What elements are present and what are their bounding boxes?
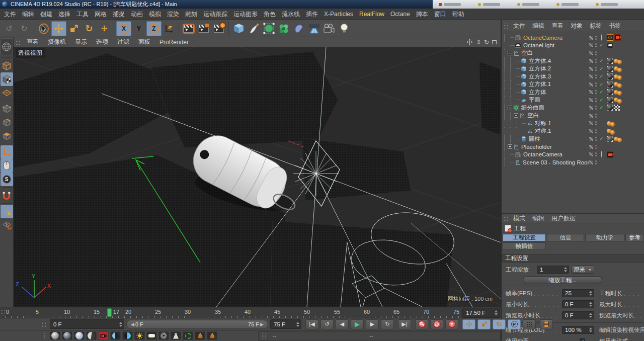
panel-grip[interactable]: [42, 321, 47, 327]
layer-toggle[interactable]: [589, 58, 594, 63]
tab-info[interactable]: 信息: [547, 234, 584, 241]
subdivision-surface-button[interactable]: [261, 21, 276, 36]
menu-item-help[interactable]: 帮助: [449, 9, 467, 20]
menu-item-file[interactable]: 文件: [1, 9, 19, 20]
material-thumb[interactable]: [50, 331, 60, 340]
undo-button[interactable]: ↺: [2, 21, 17, 36]
previous-key-button[interactable]: ↺: [320, 319, 334, 329]
key-scale-toggle[interactable]: [477, 319, 491, 329]
camera-tag-icon[interactable]: [607, 151, 613, 158]
menu-item-mograph[interactable]: 运动图形: [230, 9, 261, 20]
snap-settings-button[interactable]: S: [1, 173, 13, 186]
visibility-dots[interactable]: [594, 74, 598, 78]
object-row-cube2[interactable]: 立方体.2 ✓: [502, 65, 644, 73]
vp-menu-prorender[interactable]: ProRender: [155, 39, 193, 46]
lock-workplane-button[interactable]: [1, 205, 13, 218]
workplane-mode-button[interactable]: [1, 86, 13, 100]
vp-menu-display[interactable]: 显示: [71, 38, 91, 46]
menu-item-xparticles[interactable]: X-Particles: [321, 9, 356, 20]
points-mode-button[interactable]: [1, 102, 13, 116]
vp-menu-cameras[interactable]: 摄像机: [44, 38, 70, 46]
material-tag-icon[interactable]: [607, 97, 613, 103]
menu-item-edit[interactable]: 编辑: [19, 9, 37, 20]
enabled-check[interactable]: ✓: [598, 74, 605, 79]
next-frame-button[interactable]: ▶: [366, 319, 379, 329]
scale-unit-dropdown[interactable]: 厘米▼: [571, 266, 594, 274]
layer-toggle[interactable]: [589, 51, 594, 56]
menu-item-render[interactable]: 渲染: [164, 9, 182, 20]
key-rotation-toggle[interactable]: ↻: [493, 319, 506, 329]
phong-tag-icon[interactable]: [617, 68, 622, 72]
xparticles-thumb[interactable]: [183, 331, 193, 340]
layer-toggle[interactable]: [589, 144, 594, 149]
menu-item-motion-tracker[interactable]: 运动跟踪: [200, 9, 230, 20]
material-tag-icon[interactable]: [607, 136, 613, 142]
material-tag-icon[interactable]: [607, 58, 613, 64]
panel-grip[interactable]: [504, 215, 509, 221]
object-row-placeholder[interactable]: + Placeholder: [502, 143, 644, 151]
enabled-check[interactable]: ✓: [598, 82, 605, 87]
visibility-dots[interactable]: [594, 114, 598, 118]
enabled-check[interactable]: ✓: [598, 98, 605, 103]
previous-frame-button[interactable]: ◀: [336, 319, 349, 329]
menu-item-character[interactable]: 角色: [261, 9, 279, 20]
render-settings-button[interactable]: [211, 21, 226, 36]
tab-project-settings[interactable]: 工程设置: [503, 234, 546, 241]
spot-light-thumb[interactable]: [171, 331, 181, 340]
om-menu-file[interactable]: 文件: [510, 22, 529, 30]
last-tool-button[interactable]: [97, 21, 112, 36]
panel-grip[interactable]: [504, 23, 509, 29]
phong-tag-icon[interactable]: [617, 91, 622, 96]
visibility-dots[interactable]: [594, 90, 598, 94]
scale-field[interactable]: 1: [537, 266, 569, 274]
keyframe-selection-button[interactable]: [430, 319, 443, 329]
y-axis-lock-button[interactable]: Y: [131, 21, 146, 36]
octane-camera-tag-icon[interactable]: [607, 34, 613, 41]
goto-start-button[interactable]: |◀: [305, 319, 318, 329]
render-picture-viewer-button[interactable]: [196, 21, 211, 36]
light-tag-icon[interactable]: [607, 43, 613, 48]
object-row-cube3[interactable]: 立方体.3 ✓: [502, 73, 644, 81]
scale-project-button[interactable]: 缩放工程...: [523, 276, 602, 284]
vp-menu-panel[interactable]: 面板: [134, 38, 154, 46]
perspective-viewport[interactable]: 透视视图: [14, 47, 501, 307]
rotate-view-icon[interactable]: ↻: [484, 39, 489, 46]
left-arrow-icon[interactable]: ◀: [130, 322, 135, 327]
x-axis-lock-button[interactable]: X: [116, 21, 131, 36]
tab-key-interpolation[interactable]: 帧插值: [503, 242, 546, 250]
menu-item-snap[interactable]: 捕捉: [110, 9, 128, 20]
deformer-button[interactable]: [291, 21, 306, 36]
material-thumb[interactable]: [110, 331, 121, 340]
phong-tag-icon[interactable]: [617, 138, 622, 142]
object-row-octanelight[interactable]: OctaneLight ✓: [502, 42, 644, 50]
visibility-dots[interactable]: [594, 67, 598, 71]
menu-item-animate[interactable]: 动画: [128, 9, 146, 20]
enable-axis-button[interactable]: [1, 145, 13, 159]
menu-item-octane[interactable]: Octane: [387, 9, 413, 20]
menu-item-select[interactable]: 选择: [55, 9, 73, 20]
timeline-ruler[interactable]: 0 5 10 15 20 25 30 35 40 45 50 55 60 65 …: [0, 307, 501, 318]
phong-tag-icon[interactable]: [610, 130, 615, 135]
phong-tag-icon[interactable]: [610, 122, 615, 127]
layer-toggle[interactable]: [589, 113, 594, 118]
key-pla-toggle[interactable]: [523, 319, 536, 329]
visibility-dots[interactable]: [594, 160, 598, 164]
auto-key-button[interactable]: ?: [445, 319, 458, 329]
tree-thumb[interactable]: [195, 331, 205, 340]
target-light-thumb[interactable]: [158, 331, 169, 340]
visibility-dots[interactable]: [594, 152, 598, 156]
key-position-toggle[interactable]: [462, 319, 475, 329]
texture-tag-icon[interactable]: [614, 105, 620, 111]
menu-item-mesh[interactable]: 网格: [92, 9, 110, 20]
visibility-dots[interactable]: [594, 43, 598, 47]
layer-toggle[interactable]: [589, 74, 594, 79]
material-tag-icon[interactable]: [607, 81, 613, 88]
visibility-dots[interactable]: [594, 121, 598, 125]
planar-workplane-button[interactable]: [1, 218, 13, 232]
om-menu-bookmarks[interactable]: 书签: [605, 22, 624, 30]
om-menu-tags[interactable]: 标签: [586, 22, 605, 30]
enabled-check[interactable]: ✓: [598, 58, 605, 63]
rotate-tool-button[interactable]: ↻: [82, 21, 97, 36]
layer-toggle[interactable]: [589, 35, 594, 40]
layer-toggle[interactable]: [589, 66, 594, 71]
